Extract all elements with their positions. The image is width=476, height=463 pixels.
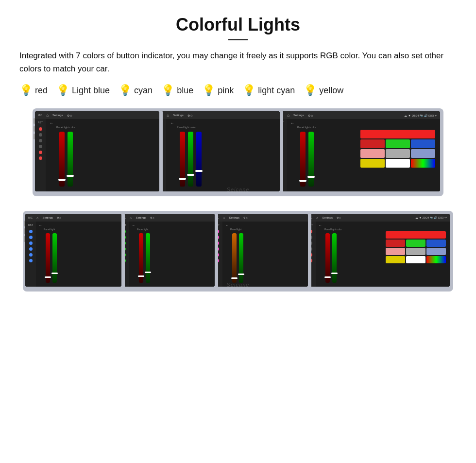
settings-label-b1: Settings (42, 216, 53, 219)
screen-mockup-1: MIC ⌂ Settings ⚙ ◇ RST (33, 108, 163, 196)
screen-inner-2: MIC ⌂ Settings ⚙ ◇ RST (155, 111, 280, 191)
screen-topbar-b1: MIC ⌂ Settings ⚙ ◇ (25, 214, 121, 222)
screen-ui-2: MIC ⌂ Settings ⚙ ◇ RST (155, 111, 280, 191)
bulb-red-icon: 💡 (19, 84, 33, 97)
screen-sidebar-b1: RST (25, 222, 36, 287)
dot2 (39, 145, 42, 148)
page-title: Colorful Lights (19, 15, 457, 35)
slider-handle-b1 (45, 276, 51, 278)
slider-handle-b4 (324, 276, 331, 278)
gear-icon-b1: ⚙ ◇ (57, 216, 61, 219)
slider-handle-g3 (307, 176, 315, 178)
screen-ui-b2: MIC ⌂ Settings ⚙ ◇ RST (119, 214, 215, 287)
panel-label-b4: Panel light color (324, 228, 342, 231)
cp-white (386, 159, 410, 168)
dot1-b1 (29, 241, 33, 245)
cp-b4-blue (426, 240, 446, 247)
bottom-screens-wrapper: MIC ⌂ Settings ⚙ ◇ RST (19, 211, 457, 292)
rst-text: RST (38, 121, 43, 124)
color-row: 💡 red 💡 Light blue 💡 cyan 💡 blue 💡 pink … (19, 84, 457, 97)
color-red-label: red (35, 86, 48, 96)
slider-handle-gb1 (51, 273, 58, 274)
settings-label-b3: Settings (229, 216, 239, 219)
page-container: Colorful Lights Integrated with 7 colors… (0, 0, 476, 321)
dot2-b1 (29, 247, 33, 251)
top-screens-wrapper: MIC ⌂ Settings ⚙ ◇ RST (19, 108, 457, 196)
cp-green (386, 139, 410, 148)
mic-text: MIC (38, 114, 42, 117)
screen-topbar-3: MIC ⌂ Settings ⚙ ◇ ☁ ▼ 20:24 📷 🔊 ⊡ ⊟ ↩ (276, 111, 440, 119)
cp-b4-green (406, 240, 425, 247)
slider-handle-g2 (187, 174, 194, 176)
back-arrow-b1: ← (39, 223, 42, 227)
color-pink-label: pink (218, 86, 234, 96)
dot1 (39, 139, 42, 142)
dot4 (39, 156, 42, 160)
description-text: Integrated with 7 colors of button indic… (19, 49, 457, 75)
color-blue-label: blue (177, 86, 193, 96)
slider-handle-gb4 (331, 273, 338, 274)
slider-handle-g1 (67, 175, 74, 177)
screen-mockup-b2: MIC ⌂ Settings ⚙ ◇ RST (116, 211, 218, 292)
status-icons-3: ☁ ▼ 20:24 📷 🔊 ⊡ ⊟ ↩ (404, 114, 437, 117)
color-lightcyan: 💡 light cyan (242, 84, 295, 97)
screen-ui-1: MIC ⌂ Settings ⚙ ◇ RST (35, 111, 159, 191)
slider-handle-b2 (195, 170, 203, 172)
panel-label-b1: Panel light (44, 228, 55, 231)
color-lightcyan-label: light cyan (258, 86, 295, 96)
dot3-b1 (29, 253, 33, 257)
gear-icon-b4: ⚙ ◇ (337, 216, 341, 219)
screen-topbar-b4: MIC ⌂ Settings ⚙ ◇ ☁ ▼ 20:24 📷 🔊 ⊡ ⊟ ↩ (305, 214, 450, 222)
cp-b4-rainbow (426, 256, 446, 263)
back-arrow-2: ← (170, 121, 174, 125)
home-icon-3: ⌂ (287, 113, 289, 118)
slider-handle-gb2 (145, 272, 151, 273)
color-cyan: 💡 cyan (119, 84, 153, 97)
cp-lavender (411, 149, 435, 158)
back-arrow-b3: ← (225, 223, 229, 227)
slider-handle-b2 (138, 275, 144, 277)
settings-label-1: Settings (52, 114, 63, 117)
cp-b4-gray (406, 248, 425, 255)
bottom-screens-row: MIC ⌂ Settings ⚙ ◇ RST (19, 211, 457, 292)
settings-label-b4: Settings (322, 216, 333, 219)
cp-rainbow (411, 159, 435, 168)
cp-b4-darkred (386, 240, 405, 247)
screen-topbar-b3: MIC ⌂ Settings ⚙ ◇ (212, 214, 308, 222)
back-arrow-3: ← (290, 121, 294, 125)
slider-handle-r2 (179, 178, 186, 180)
home-icon-b3: ⌂ (223, 216, 225, 220)
home-dot-b1 (29, 236, 33, 239)
cp-red-wide (360, 130, 435, 138)
color-palette-b4 (386, 231, 446, 263)
status-icons-b4: ☁ ▼ 20:24 📷 🔊 ⊡ ⊟ ↩ (415, 216, 447, 219)
bulb-lightcyan-icon: 💡 (242, 84, 255, 97)
screen-topbar-b2: MIC ⌂ Settings ⚙ ◇ (119, 214, 215, 222)
cp-b4-lightpink (386, 248, 405, 255)
cp-b4-white (406, 256, 425, 263)
screen-mockup-b4: MIC ⌂ Settings ⚙ ◇ ☁ ▼ 20:24 📷 🔊 ⊡ ⊟ ↩ R… (303, 211, 453, 292)
color-blue: 💡 blue (161, 84, 193, 97)
rst-text-b1: RST (28, 223, 33, 226)
screen-inner-1: MIC ⌂ Settings ⚙ ◇ RST (35, 111, 159, 191)
screen-mockup-b3: MIC ⌂ Settings ⚙ ◇ RST (209, 211, 311, 292)
bulb-blue-icon: 💡 (161, 84, 174, 97)
power-dot-b1 (29, 230, 33, 233)
screen-ui-b3: MIC ⌂ Settings ⚙ ◇ RST (212, 214, 308, 287)
screen-inner-b1: MIC ⌂ Settings ⚙ ◇ RST (25, 214, 121, 287)
home-icon-1: ⌂ (46, 113, 49, 118)
slider-handle-gb3 (238, 274, 244, 275)
screen-mockup-b1: MIC ⌂ Settings ⚙ ◇ RST (23, 211, 125, 292)
color-yellow-label: yellow (319, 86, 343, 96)
cp-b4-red-wide (386, 231, 446, 239)
panel-label-3: Panel light color (297, 126, 316, 129)
bulb-lightblue-icon: 💡 (56, 84, 69, 97)
gear-icon-2: ⚙ ◇ (187, 114, 193, 117)
panel-label-2: Panel light color (177, 126, 196, 129)
settings-label-3: Settings (293, 114, 304, 117)
back-arrow-b2: ← (132, 223, 136, 227)
gear-icon-b3: ⚙ ◇ (243, 216, 248, 219)
color-yellow: 💡 yellow (304, 84, 343, 97)
color-pink: 💡 pink (202, 84, 234, 97)
bulb-pink-icon: 💡 (202, 84, 215, 97)
